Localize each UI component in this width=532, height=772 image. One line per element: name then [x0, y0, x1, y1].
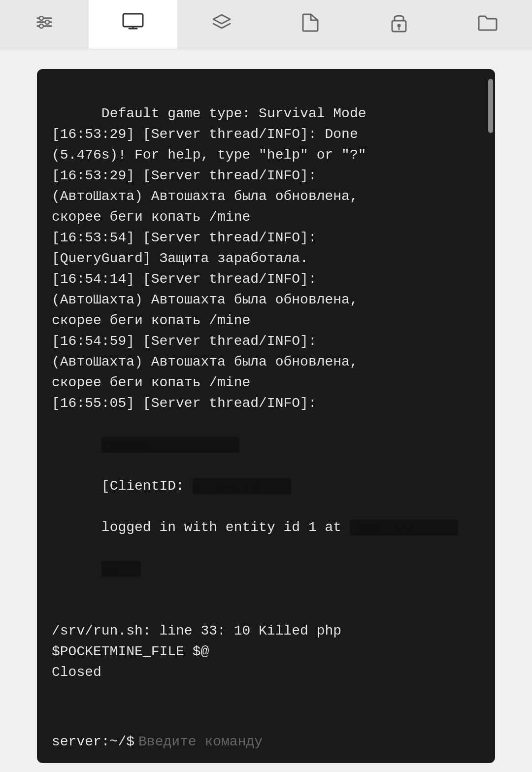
tab-console[interactable]: [89, 0, 177, 49]
folder-icon: [477, 13, 498, 35]
svg-point-5: [39, 24, 43, 28]
console-icon: [122, 13, 144, 35]
files-icon: [301, 12, 320, 36]
svg-point-4: [45, 20, 49, 24]
tab-settings[interactable]: [0, 0, 89, 49]
terminal-line-kill: /srv/run.sh: line 33: 10 Killed php $POC…: [52, 623, 341, 680]
terminal-line-redacted-2: [ClientID:: [101, 478, 193, 494]
svg-point-3: [39, 16, 43, 20]
tab-layers[interactable]: [177, 0, 266, 49]
tab-files[interactable]: [266, 0, 355, 49]
terminal-prompt: server:~/$: [52, 734, 134, 749]
scrollbar[interactable]: [486, 59, 495, 772]
layers-icon: [211, 13, 232, 36]
terminal-container: Default game type: Survival Mode [16:53:…: [37, 69, 495, 763]
settings-icon: [34, 12, 54, 36]
svg-rect-6: [123, 14, 143, 27]
terminal-line-redacted-1: IVANOV_______: [101, 437, 239, 453]
terminal-input-row: server:~/$ Введите команду: [37, 729, 495, 763]
scroll-thumb[interactable]: [488, 79, 493, 133]
tab-folder[interactable]: [443, 0, 532, 49]
terminal-line-1: Default game type: Survival Mode [16:53:…: [52, 106, 366, 411]
tab-lock[interactable]: [355, 0, 443, 49]
top-navigation-bar: [0, 0, 532, 49]
terminal-line-redacted-3: logged in with entity id 1 at: [101, 520, 350, 535]
terminal-input-placeholder[interactable]: Введите команду: [138, 734, 263, 749]
terminal-output: Default game type: Survival Mode [16:53:…: [37, 69, 495, 729]
lock-icon: [391, 12, 407, 37]
terminal-wrapper: Default game type: Survival Mode [16:53:…: [37, 59, 495, 772]
